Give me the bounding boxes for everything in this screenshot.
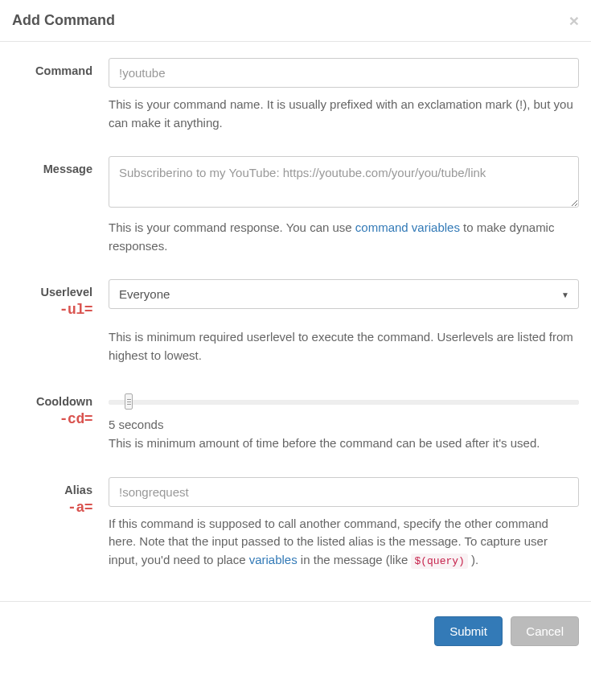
alias-help-after-code: ). [468, 553, 478, 566]
command-help: This is your command name. It is usually… [109, 96, 579, 132]
message-label: Message [12, 163, 92, 175]
userlevel-select[interactable]: Everyone [109, 279, 579, 309]
cooldown-label: Cooldown [12, 395, 92, 408]
query-code: $(query) [411, 554, 467, 569]
command-variables-link[interactable]: command variables [355, 220, 460, 234]
slider-handle[interactable] [125, 393, 133, 410]
userlevel-label: Userlevel [12, 286, 92, 299]
userlevel-annotation: -ul= [12, 302, 92, 318]
alias-help: If this command is supposed to call anot… [109, 515, 579, 570]
message-help-before: This is your command response. You can u… [109, 220, 355, 234]
cooldown-annotation: -cd= [12, 411, 92, 427]
cooldown-value: 5 seconds [109, 418, 579, 431]
slider-track [109, 400, 579, 405]
cancel-button[interactable]: Cancel [511, 616, 579, 646]
close-button[interactable]: × [569, 12, 579, 29]
userlevel-help: This is minimum required userlevel to ex… [109, 328, 579, 364]
alias-help-after-link: in the message (like [298, 553, 412, 566]
command-input[interactable] [109, 58, 579, 88]
command-label: Command [12, 64, 92, 77]
alias-label: Alias [12, 484, 92, 496]
message-help: This is your command response. You can u… [109, 219, 579, 255]
variables-link[interactable]: variables [249, 553, 298, 566]
message-textarea[interactable] [109, 156, 579, 208]
modal-title: Add Command [12, 12, 115, 29]
submit-button[interactable]: Submit [434, 616, 503, 646]
cooldown-help: This is minimum amount of time before th… [109, 434, 579, 453]
alias-input[interactable] [109, 477, 579, 507]
cooldown-slider[interactable] [109, 389, 579, 405]
alias-annotation: -a= [12, 500, 92, 516]
